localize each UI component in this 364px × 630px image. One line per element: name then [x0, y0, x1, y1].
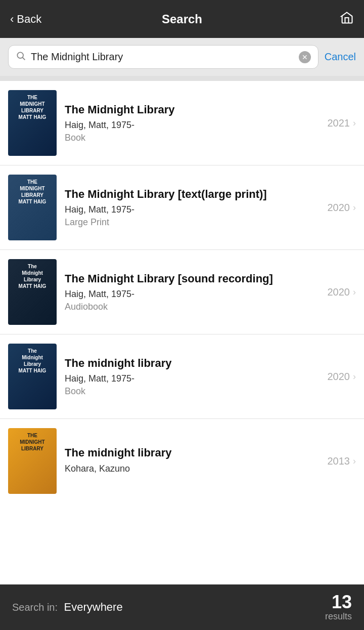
svg-line-1: [23, 58, 25, 60]
result-title: The Midnight Library: [65, 103, 320, 117]
search-input[interactable]: [31, 51, 294, 63]
result-item[interactable]: THEMIDNIGHTLIBRARYMATT HAIG The Midnight…: [0, 81, 364, 165]
result-year: 2020: [328, 286, 350, 298]
result-author: Haig, Matt, 1975-: [65, 120, 320, 131]
app-header: ‹ Back Search: [0, 0, 364, 38]
back-button[interactable]: ‹ Back: [10, 13, 41, 26]
cancel-button[interactable]: Cancel: [325, 51, 356, 63]
result-author: Kohara, Kazuno: [65, 464, 320, 474]
result-item[interactable]: TheMidnightLibraryMATT HAIG The Midnight…: [0, 250, 364, 334]
result-info: The midnight library Kohara, Kazuno: [65, 446, 320, 476]
results-number: 13: [325, 593, 352, 611]
search-input-wrapper: ✕: [8, 45, 318, 69]
cover-text: THEMIDNIGHTLIBRARY: [8, 428, 57, 456]
home-button[interactable]: [340, 11, 354, 28]
search-in-value[interactable]: Everywhere: [64, 601, 123, 613]
book-cover: THEMIDNIGHTLIBRARY: [8, 428, 57, 494]
book-cover: THEMIDNIGHTLIBRARYMATT HAIG: [8, 90, 57, 156]
result-year-chevron: 2021 ›: [328, 117, 356, 129]
search-in-label: Search in:: [12, 602, 58, 613]
result-info: The Midnight Library Haig, Matt, 1975- B…: [65, 103, 320, 144]
search-bar: ✕ Cancel: [0, 38, 364, 76]
result-info: The Midnight Library [text(large print)]…: [65, 187, 320, 228]
search-in-section: Search in: Everywhere: [12, 601, 123, 614]
result-item[interactable]: THEMIDNIGHTLIBRARY The midnight library …: [0, 419, 364, 503]
chevron-right-icon: ›: [353, 202, 356, 213]
result-year-chevron: 2020 ›: [328, 286, 356, 298]
result-year: 2013: [328, 455, 350, 467]
results-label: results: [325, 611, 352, 622]
result-author: Haig, Matt, 1975-: [65, 204, 320, 215]
result-type: Book: [65, 133, 320, 143]
search-icon: [16, 51, 26, 63]
cover-text: THEMIDNIGHTLIBRARYMATT HAIG: [8, 175, 57, 209]
section-divider: [0, 76, 364, 81]
chevron-right-icon: ›: [353, 371, 356, 382]
cover-text: TheMidnightLibraryMATT HAIG: [8, 344, 57, 378]
result-year: 2020: [328, 202, 350, 214]
result-type: Book: [65, 386, 320, 397]
result-item[interactable]: THEMIDNIGHTLIBRARYMATT HAIG The Midnight…: [0, 165, 364, 250]
result-title: The Midnight Library [sound recording]: [65, 272, 320, 286]
book-cover: TheMidnightLibraryMATT HAIG: [8, 259, 57, 325]
result-type: Large Print: [65, 217, 320, 228]
cover-text: TheMidnightLibraryMATT HAIG: [8, 259, 57, 293]
results-list: THEMIDNIGHTLIBRARYMATT HAIG The Midnight…: [0, 81, 364, 503]
chevron-right-icon: ›: [353, 287, 356, 298]
result-info: The Midnight Library [sound recording] H…: [65, 272, 320, 313]
chevron-right-icon: ›: [353, 456, 356, 467]
result-year-chevron: 2013 ›: [328, 455, 356, 467]
book-cover: THEMIDNIGHTLIBRARYMATT HAIG: [8, 175, 57, 240]
clear-search-button[interactable]: ✕: [299, 51, 311, 63]
result-item[interactable]: TheMidnightLibraryMATT HAIG The midnight…: [0, 334, 364, 419]
result-title: The Midnight Library [text(large print)]: [65, 187, 320, 202]
result-type: Audiobook: [65, 302, 320, 312]
chevron-left-icon: ‹: [10, 13, 14, 26]
result-year-chevron: 2020 ›: [328, 371, 356, 383]
result-year-chevron: 2020 ›: [328, 202, 356, 214]
result-author: Haig, Matt, 1975-: [65, 289, 320, 300]
result-title: The midnight library: [65, 446, 320, 460]
cover-text: THEMIDNIGHTLIBRARYMATT HAIG: [8, 90, 57, 124]
footer: Search in: Everywhere 13 results: [0, 584, 364, 630]
book-cover: TheMidnightLibraryMATT HAIG: [8, 344, 57, 409]
result-author: Haig, Matt, 1975-: [65, 373, 320, 384]
result-year: 2020: [328, 371, 350, 383]
svg-point-0: [17, 52, 23, 58]
back-label: Back: [17, 13, 41, 26]
result-info: The midnight library Haig, Matt, 1975- B…: [65, 356, 320, 397]
results-count-section: 13 results: [325, 593, 352, 622]
result-title: The midnight library: [65, 356, 320, 371]
page-title: Search: [162, 12, 202, 26]
result-year: 2021: [328, 117, 350, 129]
chevron-right-icon: ›: [353, 118, 356, 129]
